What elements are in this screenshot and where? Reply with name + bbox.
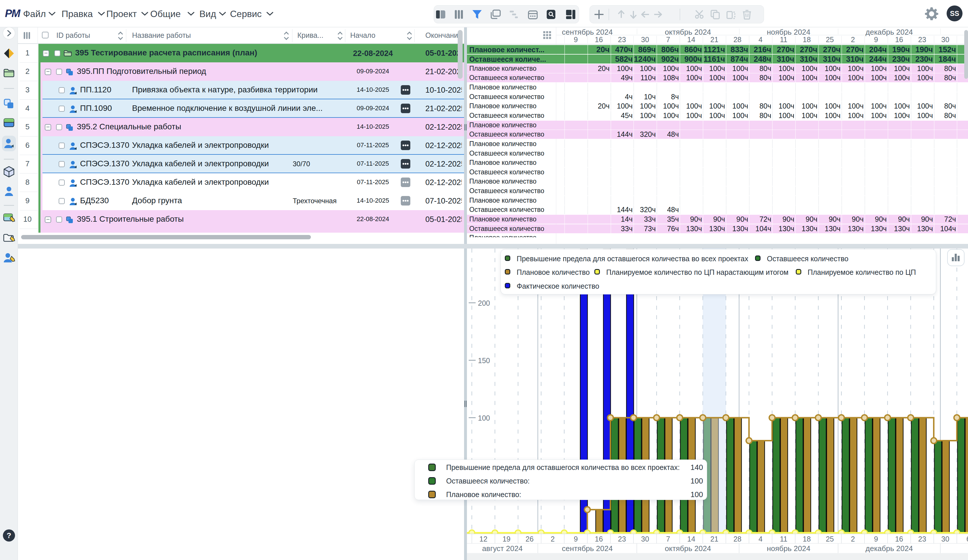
svg-text:28: 28: [733, 535, 741, 543]
svg-text:2: 2: [851, 535, 855, 543]
svg-text:150: 150: [478, 357, 490, 365]
svg-text:9: 9: [874, 535, 878, 543]
svg-text:26: 26: [525, 535, 534, 543]
svg-text:август 2024: август 2024: [482, 544, 522, 553]
svg-text:11: 11: [780, 535, 787, 543]
svg-text:9: 9: [574, 535, 578, 543]
svg-text:21: 21: [710, 535, 718, 543]
svg-text:16: 16: [595, 535, 603, 543]
svg-text:19: 19: [502, 535, 511, 543]
svg-text:30: 30: [641, 535, 649, 543]
svg-text:23: 23: [918, 535, 927, 543]
svg-text:сентябрь 2024: сентябрь 2024: [562, 544, 613, 553]
svg-text:2: 2: [551, 535, 555, 543]
svg-text:23: 23: [618, 535, 626, 543]
svg-text:ноябрь 2024: ноябрь 2024: [767, 544, 811, 553]
svg-text:12: 12: [479, 535, 487, 543]
svg-text:14: 14: [687, 535, 695, 543]
svg-text:4: 4: [759, 535, 762, 543]
svg-text:30: 30: [941, 535, 950, 543]
svg-text:18: 18: [803, 535, 811, 543]
svg-text:7: 7: [666, 535, 670, 543]
svg-text:25: 25: [826, 535, 834, 543]
svg-text:16: 16: [895, 535, 903, 543]
svg-text:октябрь 2024: октябрь 2024: [665, 544, 711, 553]
svg-text:декабрь 2024: декабрь 2024: [865, 544, 913, 553]
svg-text:200: 200: [478, 299, 490, 307]
svg-text:100: 100: [478, 414, 490, 422]
svg-text:6: 6: [966, 535, 968, 543]
